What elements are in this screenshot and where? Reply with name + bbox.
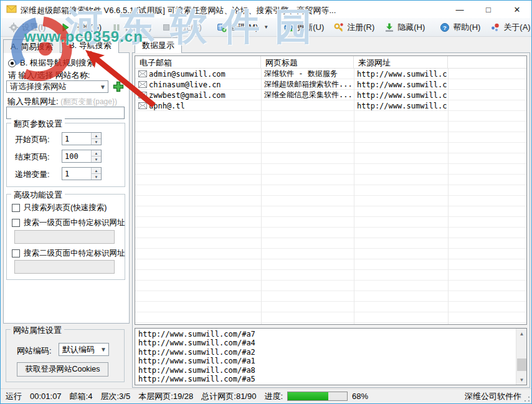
help-button[interactable]: ? 帮助(H) xyxy=(435,20,485,35)
spin-up-icon[interactable]: ▲ xyxy=(92,133,101,139)
checkbox-unchecked-icon[interactable] xyxy=(12,249,20,257)
envelope-icon xyxy=(138,92,147,99)
globe-update-icon xyxy=(283,22,293,32)
add-site-button[interactable] xyxy=(112,80,125,93)
list-page-only-label: 只搜索列表页(快速搜索) xyxy=(24,203,107,213)
envelope-icon xyxy=(138,70,147,77)
spin-down-icon[interactable]: ▼ xyxy=(92,139,101,145)
hide-button[interactable]: 隐藏(H) xyxy=(379,20,430,35)
svg-text:?: ? xyxy=(443,24,447,31)
list-page-only-checkbox-row[interactable]: 只搜索列表页(快速搜索) xyxy=(12,203,107,213)
title-cell: 深维超级邮箱搜索软件... xyxy=(261,79,354,90)
progress-fill xyxy=(288,392,328,400)
url-cell: http://www.sumwill.c... xyxy=(354,100,448,111)
status-bar: 运行 00:01:07 邮箱:4 层次:3/5 本层网页:19/28 总计网页:… xyxy=(1,388,531,403)
about-button[interactable]: 关于(A) xyxy=(485,20,532,35)
site-name-label: 请 输入/选择 网站名称: xyxy=(8,70,90,81)
manage-label: 管理(M) xyxy=(230,22,259,33)
spin-up-icon[interactable]: ▲ xyxy=(92,168,101,174)
level2-url-checkbox-row[interactable]: 搜索二级页面中特定标识网址 xyxy=(12,248,125,259)
column-email[interactable]: 电子邮箱 xyxy=(135,56,261,68)
end-page-stepper[interactable]: 100 ▲ ▼ xyxy=(62,150,102,163)
progress-percent: 68% xyxy=(352,392,368,401)
spin-down-icon[interactable]: ▼ xyxy=(92,156,101,162)
level1-url-input[interactable] xyxy=(14,230,115,244)
level1-url-checkbox-row[interactable]: 搜索一级页面中特定标识网址 xyxy=(12,218,125,228)
settings-button[interactable]: 设置(I) xyxy=(4,20,50,35)
column-source-url[interactable]: 来源网址 xyxy=(354,56,448,68)
level2-url-input[interactable] xyxy=(14,260,115,274)
start-label: 开始(G) xyxy=(74,22,102,33)
progress-label: 进度: xyxy=(264,391,283,402)
hide-arrow-icon xyxy=(384,22,394,32)
stop-button[interactable]: 停止(S) xyxy=(156,20,206,35)
encoding-value: 默认编码 xyxy=(62,344,95,355)
current-pages: 本层网页:19/28 xyxy=(138,391,193,402)
mailbox-count: 邮箱:4 xyxy=(70,391,93,402)
url-cell: http://www.sumwill.c... xyxy=(354,79,448,90)
pause-icon xyxy=(112,22,121,32)
column-extra xyxy=(448,56,526,68)
url-cell: http://www.sumwill.c... xyxy=(354,69,448,79)
start-button[interactable]: 开始(G) xyxy=(55,20,107,35)
encoding-select[interactable]: 默认编码 ▼ xyxy=(59,343,109,356)
maximize-button[interactable]: □ xyxy=(474,1,503,18)
scrollbar-thumb[interactable] xyxy=(517,358,526,371)
increment-stepper[interactable]: 1 ▲ ▼ xyxy=(62,167,102,180)
start-page-stepper[interactable]: 1 ▲ ▼ xyxy=(62,132,102,145)
increment-value[interactable]: 1 xyxy=(62,168,91,180)
update-label: 更新(U) xyxy=(297,22,324,33)
toolbar: 设置(I) 开始(G) 暂停(P) 停止(S) xyxy=(1,18,531,37)
tab-data-display[interactable]: 数据显示 xyxy=(135,37,182,53)
data-display-panel: 电子邮箱 网页标题 来源网址 admin@sumwill.com 深维软件 - … xyxy=(132,52,530,388)
table-row[interactable]: chinasum@live.cn 深维超级邮箱搜索软件... http://ww… xyxy=(135,79,526,90)
help-icon: ? xyxy=(440,22,450,32)
table-row[interactable]: zwwbest@gmail.com 深维全能信息采集软件... http://w… xyxy=(135,90,526,100)
scroll-down-icon[interactable]: ▼ xyxy=(516,375,527,385)
url-log-box[interactable]: http://www.sumwill.com/#a7 http://www.su… xyxy=(135,328,527,385)
end-page-value[interactable]: 100 xyxy=(62,150,91,162)
encoding-label: 网站编码: xyxy=(17,345,52,357)
minimize-button[interactable]: — xyxy=(445,1,474,18)
table-row[interactable]: admin@sumwill.com 深维软件 - 数据服务 http://www… xyxy=(135,69,526,79)
manage-grid-icon xyxy=(217,22,227,32)
envelope-icon xyxy=(138,81,147,88)
chevron-down-icon: ▼ xyxy=(98,346,108,353)
nav-url-input[interactable] xyxy=(6,107,125,119)
url-log-line: http://www.sumwill.com/#a8 xyxy=(138,366,514,375)
title-bar: 深维超级邮箱搜索软件 V6.6.5.1 [试用版] 可搜索任意网站、论坛、搜索引… xyxy=(1,1,531,18)
manage-button[interactable]: 管理(M) ▼ xyxy=(212,20,273,35)
rule-search-radio-row[interactable]: B. 根据导航规则搜索 xyxy=(8,57,95,69)
tab-navigation-search[interactable]: B. 导航搜索 xyxy=(62,37,119,53)
checkbox-unchecked-icon[interactable] xyxy=(12,219,20,227)
run-label: 运行 xyxy=(6,391,22,402)
spin-up-icon[interactable]: ▲ xyxy=(92,150,101,156)
get-cookies-button[interactable]: 获取登录网站Cookies xyxy=(17,362,108,377)
table-row[interactable]: upnh@.tl http://www.sumwill.c... xyxy=(135,100,526,111)
register-button[interactable]: 注册(R) xyxy=(329,20,379,35)
chevron-down-icon: ▼ xyxy=(264,24,268,30)
site-select[interactable]: 请选择搜索网站 ▼ xyxy=(6,80,108,93)
column-title[interactable]: 网页标题 xyxy=(261,56,354,68)
checkbox-unchecked-icon[interactable] xyxy=(12,204,20,212)
resize-grip[interactable] xyxy=(524,396,530,402)
scrollbar[interactable]: ▲ ▼ xyxy=(516,329,526,385)
url-log-line: http://www.sumwill.com/#a1 xyxy=(138,357,514,365)
level2-url-label: 搜索二级页面中特定标识网址 xyxy=(24,248,125,259)
email-cell: chinasum@live.cn xyxy=(149,80,221,89)
advanced-group-title: 高级功能设置 xyxy=(11,190,65,201)
radio-selected-icon[interactable] xyxy=(8,59,16,67)
envelope-icon xyxy=(138,102,147,109)
spin-down-icon[interactable]: ▼ xyxy=(92,174,101,180)
url-log-line: http://www.sumwill.com/#a4 xyxy=(138,339,514,347)
tab-simple-search[interactable]: A. 简易搜索 xyxy=(3,39,60,53)
end-page-label: 结束页码: xyxy=(15,152,50,163)
start-page-value[interactable]: 1 xyxy=(62,133,91,145)
pause-button[interactable]: 暂停(P) xyxy=(107,20,156,35)
close-button[interactable]: ✕ xyxy=(503,1,531,18)
scroll-up-icon[interactable]: ▲ xyxy=(516,329,527,339)
url-cell: http://www.sumwill.c... xyxy=(354,90,448,100)
update-button[interactable]: 更新(U) xyxy=(278,20,329,35)
url-log-line: http://www.sumwill.com/#a7 xyxy=(138,330,514,339)
search-mode-tabs: A. 简易搜索 B. 导航搜索 xyxy=(3,37,120,53)
